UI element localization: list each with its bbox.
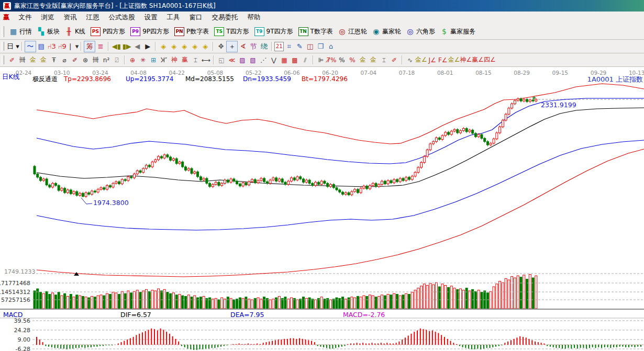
red-grid2-tool[interactable]: ▩ <box>290 55 300 65</box>
shen-grid-tool[interactable]: 神 <box>169 55 180 65</box>
line-chart-button[interactable]: 〜 <box>25 41 36 52</box>
diamond-expand-button[interactable]: ◈ <box>179 41 190 52</box>
ruler2-tool[interactable]: ⌶ <box>379 55 389 65</box>
t-square-button[interactable]: TST四方形 <box>212 26 251 37</box>
t-digit-table-button[interactable]: TNT数字表 <box>296 26 336 37</box>
parallel-tool[interactable]: ⫽ <box>300 55 310 65</box>
nav-last-button[interactable]: ▮▶ <box>121 41 132 52</box>
title-bar[interactable]: 赢 赢家江恩专业版[赢家内部服务平台] - [上证指数 SH1A0001-167… <box>0 0 644 12</box>
menu-item-资讯[interactable]: 资讯 <box>59 12 82 23</box>
angle-measure-button[interactable]: ∢ <box>238 41 248 52</box>
menu-item-江恩[interactable]: 江恩 <box>82 12 104 23</box>
nav-next-button[interactable]: ▶ <box>142 41 153 52</box>
shen-angle-tool[interactable]: 神∠ <box>460 55 472 65</box>
info-doc-button[interactable]: ▤ <box>36 41 47 52</box>
9p-square-button[interactable]: P99P四方形 <box>128 26 172 37</box>
n-square-tool[interactable]: n² <box>101 55 112 65</box>
gold-grid-tool[interactable]: 金 <box>28 55 38 65</box>
toolbar-grip[interactable] <box>2 42 4 51</box>
star-web-tool[interactable]: ✳ <box>138 55 148 65</box>
menu-item-公式选股[interactable]: 公式选股 <box>104 12 140 23</box>
j-angle-tool[interactable]: J∠ <box>427 55 438 65</box>
pct-strike-tool[interactable]: 7̸% <box>326 55 337 65</box>
remote-pc-button[interactable]: ⌂ <box>326 41 336 52</box>
menu-item-帮助[interactable]: 帮助 <box>243 12 265 23</box>
four-angle-tool[interactable]: 四∠ <box>484 55 496 65</box>
k-mark-tool[interactable]: Ʞ″ <box>159 55 169 65</box>
red-target-tool[interactable]: ⊕ <box>127 55 138 65</box>
p-square-button[interactable]: PSP四方形 <box>88 26 128 37</box>
chart-canvas[interactable]: 02-2403-1003-2404-0804-2205-0805-2206-06… <box>0 67 644 351</box>
circle-grid-tool[interactable]: ⊛ <box>80 55 91 65</box>
hand-tool-button[interactable]: ✥ <box>216 41 226 52</box>
gann-wheel-button[interactable]: ◎江恩轮 <box>336 26 370 37</box>
win-grid-tool[interactable]: 赢 <box>180 55 190 65</box>
menu-item-窗口[interactable]: 窗口 <box>185 12 207 23</box>
notepad-button[interactable]: ✎ <box>294 41 305 52</box>
toolbar-grip[interactable] <box>2 26 4 37</box>
f-grid-tool[interactable]: Ŧ <box>49 55 59 65</box>
calculator-button[interactable]: ⌗ <box>284 41 294 52</box>
sectors-button[interactable]: ▚板块 <box>35 26 62 37</box>
menu-item-工具[interactable]: 工具 <box>162 12 185 23</box>
diamond-reset-button[interactable]: ◈ <box>200 41 210 52</box>
wave2-tool[interactable]: ∿ <box>405 55 415 65</box>
nav-first-button[interactable]: ◀▮ <box>111 41 121 52</box>
f-angle-tool[interactable]: F∠ <box>438 55 448 65</box>
toolbar-grip[interactable] <box>2 55 4 65</box>
chips-distribution-button[interactable]: ≣ <box>95 41 106 52</box>
red-grid-tool[interactable]: ▦ <box>279 55 290 65</box>
v-ruler-tool[interactable]: ⌶ <box>190 55 201 65</box>
menu-item-浏览[interactable]: 浏览 <box>37 12 59 23</box>
pct-tool[interactable]: % <box>337 55 347 65</box>
hash-grid-tool[interactable]: 卌 <box>91 55 101 65</box>
menu-item-交易委托[interactable]: 交易委托 <box>207 12 243 23</box>
period-day-dropdown[interactable]: 日 ▾ <box>7 41 19 52</box>
gold-angle-tool[interactable]: 金∠ <box>415 55 427 65</box>
winner-service-button[interactable]: $赢家服务 <box>438 26 478 37</box>
crosshair-tool-button[interactable]: ＋ <box>226 41 238 52</box>
diamond-left-button[interactable]: ◈ <box>158 41 169 52</box>
hexagon-button[interactable]: ◎六角形 <box>404 26 438 37</box>
v-lines-tool[interactable]: ⋁ <box>269 55 279 65</box>
win-angle-tool[interactable]: 赢∠ <box>472 55 484 65</box>
wave-tool-button[interactable]: 绕 <box>259 41 269 52</box>
menu-item-文件[interactable]: 文件 <box>14 12 37 23</box>
angle-ruler-tool[interactable]: ⍁ <box>112 55 122 65</box>
spiral-tool[interactable]: ⌀ <box>59 55 70 65</box>
gann-tool-button[interactable]: 节 <box>248 41 259 52</box>
kline-button[interactable]: ╫K线 <box>62 26 88 37</box>
p-digit-table-button[interactable]: PNP数字表 <box>172 26 212 37</box>
fan-box2-tool[interactable]: ▧ <box>248 55 258 65</box>
chips-button[interactable]: 筹 <box>84 41 95 52</box>
box-tool[interactable]: ◱ <box>216 55 227 65</box>
square-web-tool[interactable]: ⊞ <box>148 55 159 65</box>
fan-lines-tool[interactable]: ≪ <box>227 55 237 65</box>
pencil-tool[interactable]: ✐ <box>7 55 17 65</box>
pct-line-tool[interactable]: % <box>347 55 358 65</box>
overlay-3-button[interactable]: ⑁3 <box>47 41 57 52</box>
save-button[interactable]: ◫ <box>305 41 315 52</box>
menu-item-设置[interactable]: 设置 <box>140 12 162 23</box>
diamond-compress-button[interactable]: ◈ <box>190 41 200 52</box>
9t-square-button[interactable]: T99T四方形 <box>252 26 296 37</box>
pct-bar-tool[interactable]: ⊫ <box>316 55 326 65</box>
single-candle-dropdown[interactable]: ❘ ▾ <box>68 41 79 52</box>
quotes-button[interactable]: ▦行情 <box>7 26 35 37</box>
brush-tool[interactable]: ✐ <box>70 55 80 65</box>
gold-grid2-tool[interactable]: 金 <box>38 55 49 65</box>
windows-button[interactable]: ❒ <box>315 41 326 52</box>
pencil2-tool[interactable]: ✐ <box>389 55 399 65</box>
calendar-button[interactable]: 21 <box>274 42 284 51</box>
trend-lines-tool[interactable]: ⋰ <box>258 55 269 65</box>
fan-box-tool[interactable]: ▨ <box>237 55 248 65</box>
overlay-9-button[interactable]: ⑁9 <box>57 41 68 52</box>
gold-circle-tool[interactable]: 金 <box>358 55 368 65</box>
grid-tool[interactable]: 卌 <box>17 55 28 65</box>
gold-line-tool[interactable]: 金 <box>368 55 379 65</box>
diamond-right-button[interactable]: ◈ <box>169 41 179 52</box>
nav-prev-button[interactable]: ◀ <box>132 41 142 52</box>
gold-angle2-tool[interactable]: 金∠ <box>448 55 460 65</box>
winner-wheel-button[interactable]: ◉赢家轮 <box>370 26 404 37</box>
span-tool[interactable]: ⟷ <box>201 55 211 65</box>
